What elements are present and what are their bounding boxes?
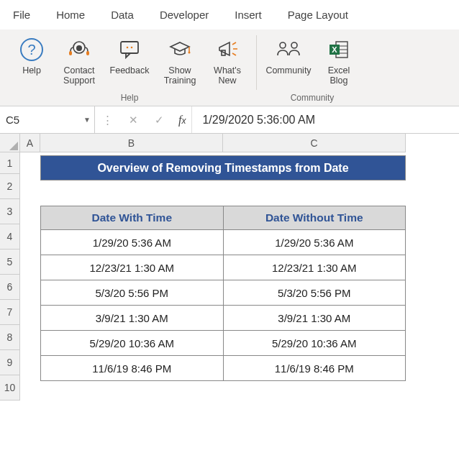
ribbon-content: ? Help Contact Support Feedback — [0, 29, 459, 106]
name-box-dropdown-icon[interactable]: ▼ — [80, 116, 94, 124]
ribbon-tabs: File Home Data Developer Insert Page Lay… — [0, 0, 459, 29]
name-box[interactable]: C5 ▼ — [0, 106, 95, 133]
fx-icon[interactable]: fx — [178, 114, 186, 127]
cell-b7[interactable]: 5/3/20 5:56 PM — [41, 280, 224, 306]
row-header-8[interactable]: 8 — [0, 325, 20, 350]
contact-support-button[interactable]: Contact Support — [58, 35, 101, 88]
row-header-2[interactable]: 2 — [0, 174, 20, 199]
tab-file[interactable]: File — [0, 4, 43, 27]
table-row: 12/23/21 1:30 AM12/23/21 1:30 AM — [41, 255, 406, 280]
group-help-name: Help — [9, 91, 250, 106]
table-row: 1/29/20 5:36 AM1/29/20 5:36 AM — [41, 230, 406, 255]
cell-b8[interactable]: 3/9/21 1:30 AM — [41, 306, 224, 331]
tab-data[interactable]: Data — [98, 4, 147, 27]
header-date-without-time[interactable]: Date Without Time — [223, 206, 406, 230]
megaphone-icon — [214, 37, 240, 63]
cell-c8[interactable]: 3/9/21 1:30 AM — [223, 306, 406, 331]
table-row: 11/6/19 8:46 PM11/6/19 8:46 PM — [41, 356, 406, 381]
table-row: 5/29/20 10:36 AM5/29/20 10:36 AM — [41, 331, 406, 356]
whats-new-button[interactable]: What's New — [206, 35, 249, 88]
people-icon — [276, 37, 301, 63]
cell-b10[interactable]: 11/6/19 8:46 PM — [41, 356, 224, 381]
check-icon[interactable]: ✓ — [153, 114, 165, 127]
name-box-value: C5 — [0, 114, 80, 126]
select-all-corner[interactable] — [0, 134, 20, 152]
row-header-5[interactable]: 5 — [0, 250, 20, 275]
table-row: 3/9/21 1:30 AM3/9/21 1:30 AM — [41, 306, 406, 331]
svg-point-16 — [291, 42, 297, 48]
svg-point-7 — [127, 47, 129, 49]
svg-text:?: ? — [27, 42, 35, 58]
cell-c7[interactable]: 5/3/20 5:56 PM — [223, 280, 406, 306]
tab-home[interactable]: Home — [43, 4, 98, 27]
col-header-a[interactable]: A — [20, 134, 40, 152]
feedback-button[interactable]: Feedback — [105, 35, 154, 88]
cell-c5[interactable]: 1/29/20 5:36 AM — [223, 230, 406, 255]
spreadsheet: 1 2 3 4 5 6 7 8 9 10 A B C Overview of R… — [0, 134, 459, 401]
row-header-3[interactable]: 3 — [0, 199, 20, 224]
contact-support-label: Contact Support — [63, 65, 95, 87]
headset-icon — [66, 37, 92, 63]
content-overlay: Overview of Removing Timestamps from Dat… — [40, 134, 406, 381]
table-row: 5/3/20 5:56 PM5/3/20 5:56 PM — [41, 280, 406, 306]
cell-c10[interactable]: 11/6/19 8:46 PM — [223, 356, 406, 381]
svg-line-14 — [232, 53, 236, 55]
cell-b9[interactable]: 5/29/20 10:36 AM — [41, 331, 224, 356]
tab-insert[interactable]: Insert — [222, 4, 275, 27]
grid-body: A B C Overview of Removing Timestamps fr… — [20, 134, 406, 401]
graduation-cap-icon — [167, 37, 193, 63]
tab-page-layout[interactable]: Page Layout — [275, 4, 361, 27]
svg-rect-5 — [86, 51, 89, 55]
svg-rect-6 — [121, 42, 138, 53]
data-table: Date With Time Date Without Time 1/29/20… — [40, 206, 406, 381]
ribbon-group-help: ? Help Contact Support Feedback — [6, 34, 253, 106]
ribbon-group-community: Community X Excel Blog Community — [260, 34, 365, 106]
table-header-row: Date With Time Date Without Time — [41, 206, 406, 230]
dots-icon: ⋮ — [101, 114, 114, 127]
excel-blog-icon: X — [326, 37, 352, 63]
excel-blog-button[interactable]: X Excel Blog — [317, 35, 360, 88]
cell-b5[interactable]: 1/29/20 5:36 AM — [41, 230, 224, 255]
row-header-1[interactable]: 1 — [0, 152, 20, 174]
title-band[interactable]: Overview of Removing Timestamps from Dat… — [40, 155, 406, 180]
svg-point-8 — [131, 47, 133, 49]
cell-c9[interactable]: 5/29/20 10:36 AM — [223, 331, 406, 356]
row-header-6[interactable]: 6 — [0, 275, 20, 300]
row-header-7[interactable]: 7 — [0, 300, 20, 325]
community-button[interactable]: Community — [264, 35, 313, 88]
cell-c6[interactable]: 12/23/21 1:30 AM — [223, 255, 406, 280]
whats-new-label: What's New — [214, 65, 241, 87]
svg-point-10 — [188, 52, 191, 54]
tab-developer[interactable]: Developer — [147, 4, 222, 27]
excel-blog-label: Excel Blog — [328, 65, 350, 87]
help-icon: ? — [19, 37, 45, 63]
help-label: Help — [22, 65, 41, 87]
row-header-4[interactable]: 4 — [0, 224, 20, 250]
svg-point-15 — [280, 42, 286, 48]
svg-text:X: X — [332, 45, 337, 54]
help-button[interactable]: ? Help — [10, 35, 53, 88]
formula-bar-icons: ⋮ ✕ ✓ fx — [95, 106, 192, 133]
svg-rect-4 — [69, 51, 72, 55]
feedback-label: Feedback — [110, 65, 150, 87]
chat-icon — [117, 37, 142, 63]
cell-b6[interactable]: 12/23/21 1:30 AM — [41, 255, 224, 280]
formula-input[interactable]: 1/29/2020 5:36:00 AM — [192, 114, 459, 127]
group-community-name: Community — [263, 91, 362, 106]
row-header-9[interactable]: 9 — [0, 350, 20, 375]
ribbon-separator — [256, 35, 257, 90]
formula-bar: C5 ▼ ⋮ ✕ ✓ fx 1/29/2020 5:36:00 AM — [0, 106, 459, 134]
row-header-10[interactable]: 10 — [0, 375, 20, 401]
show-training-button[interactable]: Show Training — [158, 35, 201, 88]
header-date-with-time[interactable]: Date With Time — [41, 206, 224, 230]
community-label: Community — [265, 65, 311, 87]
cancel-icon[interactable]: ✕ — [127, 114, 140, 127]
svg-point-3 — [76, 45, 82, 51]
svg-line-12 — [232, 42, 236, 45]
show-training-label: Show Training — [164, 65, 196, 87]
